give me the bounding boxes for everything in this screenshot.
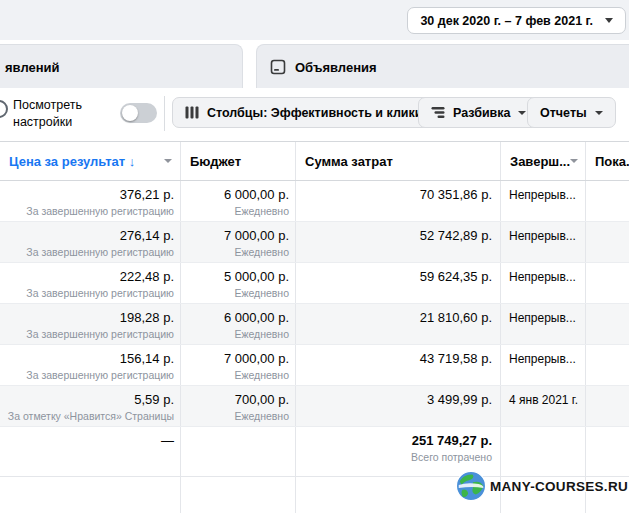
reports-button[interactable]: Отчеты xyxy=(527,97,616,128)
watermark: MANY-COURSES.RU xyxy=(454,469,628,503)
top-bar: 30 дек 2020 г. – 7 фев 2021 г. xyxy=(0,0,629,40)
ad-frame-icon xyxy=(270,59,286,75)
cost-per-result-value: 376,21 р. xyxy=(0,187,180,203)
budget-type-label: Ежедневно xyxy=(181,287,295,299)
table-row[interactable]: 198,28 р.За завершенную регистрацию 6 00… xyxy=(0,304,629,345)
amount-spent-value: 3 499,99 р. xyxy=(296,392,500,408)
columns-icon xyxy=(185,106,199,119)
result-type-label: За завершенную регистрацию xyxy=(0,369,180,381)
column-header-label: Бюджет xyxy=(190,154,241,169)
globe-icon xyxy=(454,469,488,503)
date-range-label: 30 дек 2020 г. – 7 фев 2021 г. xyxy=(420,14,593,28)
table-row[interactable]: 376,21 р.За завершенную регистрацию 6 00… xyxy=(0,181,629,222)
tab-ads[interactable]: Объявления xyxy=(256,44,629,89)
tab-bar: явлений Объявления xyxy=(0,40,629,88)
tab-ad-sets-label: явлений xyxy=(5,60,60,75)
amount-spent-value: 43 719,58 р. xyxy=(296,351,500,367)
end-date-value: Непрерыв... xyxy=(501,269,585,285)
watermark-text: MANY-COURSES.RU xyxy=(490,479,628,494)
sort-desc-icon: ↓ xyxy=(129,154,136,169)
cost-per-result-value: 276,14 р. xyxy=(0,228,180,244)
caret-down-icon xyxy=(595,111,603,115)
budget-type-label: Ежедневно xyxy=(181,246,295,258)
budget-type-label: Ежедневно xyxy=(181,369,295,381)
column-header-cost-per-result[interactable]: Цена за результат ↓ xyxy=(0,142,180,180)
amount-spent-value: 21 810,60 р. xyxy=(296,310,500,326)
summary-dash: — xyxy=(0,433,180,449)
cost-per-result-value: 198,28 р. xyxy=(0,310,180,326)
breakdown-button[interactable]: Разбивка xyxy=(418,97,539,128)
caret-down-icon xyxy=(605,18,613,23)
end-date-value: Непрерыв... xyxy=(501,351,585,367)
result-type-label: За завершенную регистрацию xyxy=(0,328,180,340)
view-settings-label: Посмотреть настройки xyxy=(13,97,97,131)
data-table: Цена за результат ↓ Бюджет Сумма затрат … xyxy=(0,141,629,514)
breakdown-button-label: Разбивка xyxy=(453,106,510,120)
table-row[interactable]: 5,59 р.За отметку «Нравится» Страницы 70… xyxy=(0,386,629,427)
budget-value: 5 000,00 р. xyxy=(181,269,295,285)
toggle-knob xyxy=(122,105,138,121)
table-row[interactable]: 222,48 р.За завершенную регистрацию 5 00… xyxy=(0,263,629,304)
end-date-value: Непрерыв... xyxy=(501,187,585,203)
reports-button-label: Отчеты xyxy=(540,106,587,120)
budget-type-label: Ежедневно xyxy=(181,328,295,340)
end-date-value: 4 янв 2021 г. xyxy=(501,392,585,408)
toolbar: Посмотреть настройки Столбцы: Эффективно… xyxy=(0,88,629,141)
end-date-value: Непрерыв... xyxy=(501,228,585,244)
budget-value: 7 000,00 р. xyxy=(181,228,295,244)
budget-value: 6 000,00 р. xyxy=(181,310,295,326)
end-date-value: Непрерыв... xyxy=(501,310,585,326)
cost-per-result-value: 156,14 р. xyxy=(0,351,180,367)
column-header-amount-spent[interactable]: Сумма затрат xyxy=(295,142,500,180)
budget-type-label: Ежедневно xyxy=(181,205,295,217)
view-settings-toggle[interactable] xyxy=(120,103,157,123)
budget-value: 6 000,00 р. xyxy=(181,187,295,203)
result-type-label: За завершенную регистрацию xyxy=(0,205,180,217)
result-type-label: За завершенную регистрацию xyxy=(0,246,180,258)
budget-value: 7 000,00 р. xyxy=(181,351,295,367)
date-range-button[interactable]: 30 дек 2020 г. – 7 фев 2021 г. xyxy=(407,7,626,34)
table-row[interactable]: 276,14 р.За завершенную регистрацию 7 00… xyxy=(0,222,629,263)
cost-per-result-value: 5,59 р. xyxy=(0,392,180,408)
column-header-label: Заверш... xyxy=(510,154,570,169)
cost-per-result-value: 222,48 р. xyxy=(0,269,180,285)
filter-chevron-icon[interactable] xyxy=(164,159,172,163)
amount-spent-value: 70 351,86 р. xyxy=(296,187,500,203)
total-spent-value: 251 749,27 р. xyxy=(296,433,500,449)
column-header-budget[interactable]: Бюджет xyxy=(180,142,295,180)
toolbar-divider xyxy=(164,96,165,131)
column-header-label: Цена за результат xyxy=(9,154,125,169)
column-header-label: Пока... xyxy=(595,154,629,169)
column-header-impressions[interactable]: Пока... xyxy=(585,142,629,180)
clipped-circle-icon xyxy=(0,100,8,118)
result-type-label: За отметку «Нравится» Страницы xyxy=(0,410,180,422)
amount-spent-value: 59 624,35 р. xyxy=(296,269,500,285)
table-header-row: Цена за результат ↓ Бюджет Сумма затрат … xyxy=(0,141,629,181)
breakdown-icon xyxy=(431,106,445,119)
budget-type-label: Ежедневно xyxy=(181,410,295,422)
budget-value: 700,00 р. xyxy=(181,392,295,408)
column-header-label: Сумма затрат xyxy=(305,154,393,169)
column-header-end-date[interactable]: Заверш... xyxy=(500,142,585,180)
filter-chevron-icon[interactable] xyxy=(570,159,578,163)
tab-ads-label: Объявления xyxy=(295,60,377,75)
caret-down-icon xyxy=(518,111,526,115)
tab-ad-sets[interactable]: явлений xyxy=(0,44,243,89)
ads-manager-screen: 30 дек 2020 г. – 7 фев 2021 г. явлений О… xyxy=(0,0,629,514)
columns-button-label: Столбцы: Эффективность и клики xyxy=(207,106,423,120)
columns-button[interactable]: Столбцы: Эффективность и клики xyxy=(172,97,452,128)
total-spent-label: Всего потрачено xyxy=(296,451,500,463)
amount-spent-value: 52 742,89 р. xyxy=(296,228,500,244)
table-row[interactable]: 156,14 р.За завершенную регистрацию 7 00… xyxy=(0,345,629,386)
result-type-label: За завершенную регистрацию xyxy=(0,287,180,299)
